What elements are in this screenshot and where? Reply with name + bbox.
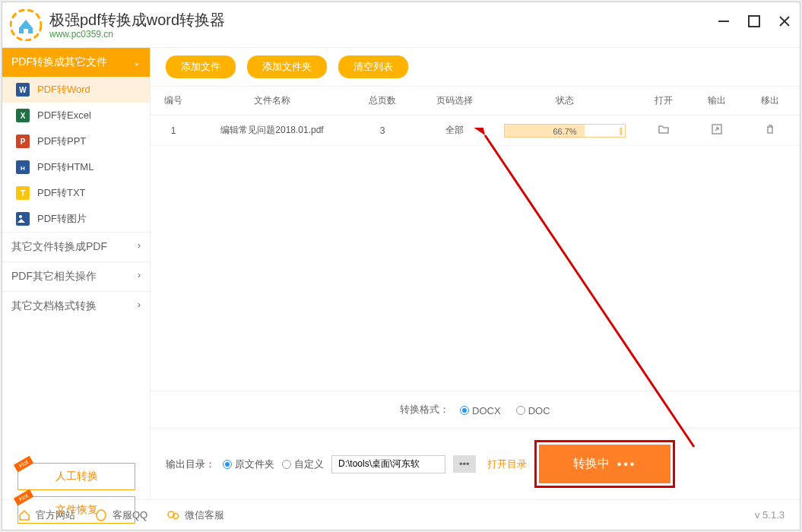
chevron-right-icon: › xyxy=(138,240,141,254)
manual-convert-button[interactable]: Hot 人工转换 xyxy=(17,463,135,490)
table-header: 编号 文件名称 总页数 页码选择 状态 打开 输出 移出 xyxy=(151,86,800,116)
cell-pages: 3 xyxy=(348,118,417,144)
remove-icon[interactable] xyxy=(743,116,797,145)
sidebar-group-other-formats[interactable]: 其它文档格式转换 › xyxy=(2,291,150,321)
open-directory-link[interactable]: 打开目录 xyxy=(487,458,527,471)
format-doc-radio[interactable]: DOC xyxy=(516,405,550,416)
header-remove: 移出 xyxy=(743,87,797,115)
toolbar: 添加文件 添加文件夹 清空列表 xyxy=(151,48,800,86)
svg-text:W: W xyxy=(19,86,27,94)
hot-badge: Hot xyxy=(14,489,34,506)
header-num: 编号 xyxy=(151,87,196,115)
radio-unchecked-icon xyxy=(516,406,525,415)
format-row: 转换格式： DOCX DOC xyxy=(151,391,800,428)
header-pages: 总页数 xyxy=(348,87,417,115)
wechat-support-link[interactable]: 微信客服 xyxy=(166,508,224,522)
chevron-right-icon: › xyxy=(138,270,141,283)
header-open: 打开 xyxy=(637,87,690,115)
txt-file-icon: T xyxy=(16,186,30,200)
svg-point-17 xyxy=(19,215,22,218)
app-subtitle: www.pc0359.cn xyxy=(49,29,225,40)
cell-page-select[interactable]: 全部 xyxy=(417,116,493,144)
cell-num: 1 xyxy=(151,118,196,144)
wechat-icon xyxy=(166,508,180,522)
header-output: 输出 xyxy=(690,87,743,115)
sidebar-group-pdf-operations[interactable]: PDF其它相关操作 › xyxy=(2,261,150,291)
sidebar-item-pdf-to-txt[interactable]: T PDF转TXT xyxy=(2,180,150,206)
titlebar: 极强pdf转换成word转换器 www.pc0359.cn xyxy=(2,2,800,48)
progress-bar[interactable]: 66.7% xyxy=(504,124,626,138)
image-file-icon xyxy=(16,212,30,226)
sidebar-item-pdf-to-word[interactable]: W PDF转Word xyxy=(2,77,150,103)
app-logo-icon xyxy=(10,9,42,41)
svg-rect-1 xyxy=(24,29,28,33)
close-button[interactable] xyxy=(777,14,792,29)
cell-status: 66.7% xyxy=(493,116,637,145)
clear-list-button[interactable]: 清空列表 xyxy=(338,55,408,78)
ppt-file-icon: P xyxy=(16,135,30,148)
file-recovery-button[interactable]: Hot 文件恢复 xyxy=(17,496,135,524)
sidebar-item-pdf-to-ppt[interactable]: P PDF转PPT xyxy=(2,128,150,154)
chevron-down-icon: ⌄ xyxy=(133,57,141,68)
radio-checked-icon xyxy=(460,406,469,415)
sidebar-group-other-to-pdf[interactable]: 其它文件转换成PDF › xyxy=(2,232,150,261)
chevron-right-icon: › xyxy=(138,299,141,313)
loading-dots-icon: ••• xyxy=(617,458,637,471)
main-panel: 添加文件 添加文件夹 清空列表 编号 文件名称 总页数 页码选择 状态 打开 输… xyxy=(151,48,800,499)
hot-badge: Hot xyxy=(14,456,34,473)
svg-text:P: P xyxy=(21,138,26,146)
radio-unchecked-icon xyxy=(282,460,291,469)
sidebar-item-pdf-to-image[interactable]: PDF转图片 xyxy=(2,206,150,232)
maximize-button[interactable] xyxy=(747,14,762,29)
svg-text:X: X xyxy=(21,112,26,120)
output-path-input[interactable] xyxy=(331,455,445,473)
format-label: 转换格式： xyxy=(400,404,449,415)
browse-button[interactable]: ••• xyxy=(453,455,476,473)
minimize-button[interactable] xyxy=(716,14,731,29)
output-row: 输出目录： 原文件夹 自定义 ••• 打开目录 转换中 ••• xyxy=(151,428,800,499)
svg-rect-3 xyxy=(749,16,759,27)
sidebar-item-pdf-to-html[interactable]: H PDF转HTML xyxy=(2,154,150,180)
format-docx-radio[interactable]: DOCX xyxy=(460,405,501,416)
sidebar-category-header[interactable]: PDF转换成其它文件 ⌄ xyxy=(2,48,150,77)
output-custom-radio[interactable]: 自定义 xyxy=(282,458,324,471)
svg-rect-16 xyxy=(16,212,30,226)
add-folder-button[interactable]: 添加文件夹 xyxy=(247,55,327,78)
output-icon[interactable] xyxy=(690,116,743,145)
sidebar: PDF转换成其它文件 ⌄ W PDF转Word X PDF转Excel P PD… xyxy=(2,48,151,499)
output-original-radio[interactable]: 原文件夹 xyxy=(223,458,274,471)
svg-text:H: H xyxy=(21,165,25,172)
table-row[interactable]: 1 编辑常见问题2018.01.pdf 3 全部 66.7% xyxy=(151,116,800,146)
sidebar-item-pdf-to-excel[interactable]: X PDF转Excel xyxy=(2,103,150,128)
annotation-highlight: 转换中 ••• xyxy=(534,440,676,488)
html-file-icon: H xyxy=(16,160,30,174)
open-folder-icon[interactable] xyxy=(637,116,690,145)
convert-button[interactable]: 转换中 ••• xyxy=(539,445,671,483)
version-label: v 5.1.3 xyxy=(755,509,785,521)
add-file-button[interactable]: 添加文件 xyxy=(166,55,236,78)
header-status: 状态 xyxy=(493,87,637,115)
excel-file-icon: X xyxy=(16,109,30,122)
word-file-icon: W xyxy=(16,83,30,97)
app-title: 极强pdf转换成word转换器 xyxy=(49,10,225,30)
output-label: 输出目录： xyxy=(166,458,215,471)
svg-text:T: T xyxy=(21,189,25,198)
cell-filename: 编辑常见问题2018.01.pdf xyxy=(196,116,348,144)
radio-checked-icon xyxy=(223,460,232,469)
header-name: 文件名称 xyxy=(196,87,348,115)
header-select: 页码选择 xyxy=(417,87,493,115)
